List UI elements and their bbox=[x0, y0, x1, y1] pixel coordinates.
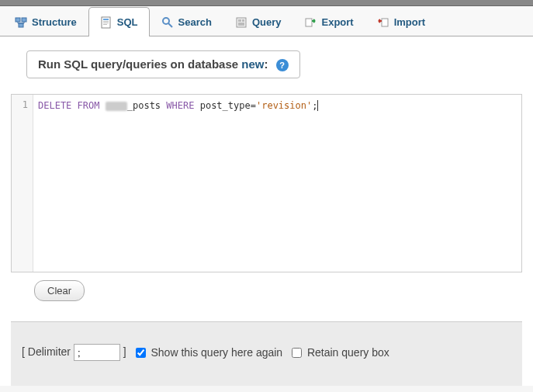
clear-row: Clear bbox=[11, 280, 522, 301]
query-header: Run SQL query/queries on database new: ? bbox=[26, 50, 300, 78]
window-topbar bbox=[0, 0, 533, 6]
structure-icon bbox=[15, 16, 27, 29]
import-icon bbox=[377, 16, 389, 29]
retain-label: Retain query box bbox=[307, 346, 389, 359]
svg-rect-6 bbox=[103, 23, 109, 23]
svg-rect-15 bbox=[382, 19, 388, 26]
code-area[interactable]: DELETE FROM _posts WHERE post_type='revi… bbox=[33, 95, 521, 272]
export-icon bbox=[304, 16, 317, 29]
svg-point-8 bbox=[163, 18, 169, 24]
editor-gutter: 1 bbox=[12, 95, 33, 272]
kw-delete: DELETE bbox=[38, 100, 71, 111]
svg-line-9 bbox=[168, 23, 172, 27]
tab-label: Search bbox=[178, 16, 212, 28]
tab-sql[interactable]: SQL bbox=[88, 7, 150, 37]
query-icon bbox=[235, 16, 247, 29]
show-again-checkbox[interactable] bbox=[136, 348, 146, 358]
svg-rect-0 bbox=[16, 18, 20, 22]
svg-rect-5 bbox=[103, 21, 109, 22]
help-icon[interactable]: ? bbox=[276, 59, 289, 71]
table-suffix: _posts bbox=[127, 100, 161, 111]
svg-rect-1 bbox=[22, 18, 26, 22]
column: post_type bbox=[200, 100, 251, 111]
terminator: ; bbox=[312, 100, 318, 111]
tab-import[interactable]: Import bbox=[365, 7, 437, 36]
svg-rect-12 bbox=[242, 19, 244, 22]
tab-label: Query bbox=[252, 16, 282, 28]
value: 'revision' bbox=[256, 100, 312, 111]
redacted-prefix bbox=[106, 102, 127, 111]
svg-rect-7 bbox=[103, 24, 107, 25]
kw-from: FROM bbox=[78, 100, 100, 111]
delimiter-close: ] bbox=[123, 345, 126, 358]
kw-where: WHERE bbox=[166, 100, 194, 111]
tab-label: Structure bbox=[32, 16, 77, 28]
tab-structure[interactable]: Structure bbox=[3, 7, 88, 36]
svg-rect-11 bbox=[238, 19, 241, 22]
show-again-label: Show this query here again bbox=[151, 346, 282, 359]
content-area: Run SQL query/queries on database new: ?… bbox=[0, 36, 533, 386]
clear-button[interactable]: Clear bbox=[34, 280, 85, 301]
tab-query[interactable]: Query bbox=[223, 7, 293, 36]
header-dbname: new bbox=[241, 57, 264, 71]
tab-export[interactable]: Export bbox=[292, 7, 365, 36]
svg-rect-2 bbox=[19, 23, 23, 27]
delimiter-open: [ Delimiter bbox=[22, 345, 71, 358]
retain-checkbox[interactable] bbox=[292, 348, 302, 358]
sql-editor[interactable]: 1 DELETE FROM _posts WHERE post_type='re… bbox=[11, 94, 522, 272]
header-suffix: : bbox=[264, 57, 268, 71]
tab-label: SQL bbox=[117, 16, 138, 28]
sql-icon bbox=[100, 16, 112, 29]
line-number: 1 bbox=[12, 99, 28, 110]
tab-label: Import bbox=[394, 16, 425, 28]
search-icon bbox=[161, 16, 174, 29]
tab-bar: Structure SQL Search Query Export Import bbox=[0, 6, 533, 36]
tab-label: Export bbox=[321, 16, 353, 28]
svg-rect-4 bbox=[103, 19, 109, 20]
bottom-panel: [ Delimiter ] Show this query here again… bbox=[11, 321, 522, 386]
svg-rect-13 bbox=[238, 23, 244, 26]
tab-search[interactable]: Search bbox=[150, 7, 223, 36]
eq: = bbox=[251, 100, 256, 111]
svg-rect-14 bbox=[306, 19, 312, 26]
header-prefix: Run SQL query/queries on database bbox=[38, 57, 241, 71]
delimiter-input[interactable] bbox=[74, 344, 120, 361]
